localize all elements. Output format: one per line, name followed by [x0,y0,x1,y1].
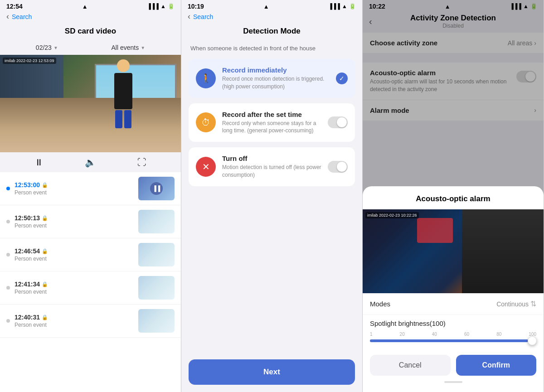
slider-track[interactable] [370,339,536,342]
option-text-1: Record immediately Record once motion de… [222,66,330,91]
event-time-value-4: 12:41:34 [15,281,40,288]
play-pause-btn[interactable]: ⏸ [34,157,44,168]
back-arrow-p1[interactable]: ‹ [6,12,9,21]
modes-row[interactable]: Modes Continuous ⇅ [363,293,544,315]
slider-label-20: 20 [400,332,405,337]
option-turn-off[interactable]: ✕ Turn off Motion detection is turned of… [189,147,355,186]
event-dot-active [6,187,10,190]
signal-icon-p1: ▐▐▐ [147,3,159,10]
event-thumb-3[interactable] [138,243,175,266]
list-item[interactable]: 12:50:13 🔒 Person event [0,205,181,238]
event-time-4: 12:41:34 🔒 [15,281,134,288]
list-item[interactable]: 12:46:54 🔒 Person event [0,238,181,271]
event-thumb-2[interactable] [138,210,175,233]
lock-icon-2: 🔒 [42,215,48,221]
option-toggle-3[interactable] [328,161,348,173]
person-leg-left [115,110,122,128]
event-time-value-3: 12:46:54 [15,247,40,255]
cancel-button[interactable]: Cancel [370,355,451,376]
search-text-p2: Search [193,13,213,20]
volume-btn[interactable]: 🔈 [85,157,96,168]
status-time-p1: 12:54 [6,3,23,10]
lock-icon-3: 🔒 [42,248,48,254]
brightness-slider-container: Spotlight brightness(100) 1 20 40 60 80 … [363,315,544,348]
event-thumb-4[interactable] [138,276,175,300]
event-filter-label: All events [112,44,139,51]
location-icon-p1: ▲ [82,3,88,10]
signal-icon-p2: ▐▐▐ [329,3,340,10]
option-text-2: Record after the set time Record only wh… [222,111,321,135]
video-placeholder [0,55,181,152]
person-leg-right [124,110,131,128]
video-controls: ⏸ 🔈 ⛶ [0,152,181,172]
slider-thumb[interactable] [528,336,537,345]
event-time-2: 12:50:13 🔒 [15,214,134,222]
filter-bar-p1: 02/23 ▼ All events ▼ [0,40,181,55]
option-title-2: Record after the set time [222,111,321,118]
slider-track-wrapper [370,339,536,342]
search-row-p1: ‹ Search [0,11,181,24]
confirm-button[interactable]: Confirm [456,355,537,376]
nav-bar-p1: SD card video [0,24,181,40]
person-legs [111,110,136,128]
list-item[interactable]: 12:53:00 🔒 Person event ▐▐ [0,172,181,205]
camera-red-banner [417,218,453,243]
date-filter-btn[interactable]: 02/23 ▼ [36,44,58,51]
list-item[interactable]: 12:40:31 🔒 Person event [0,305,181,338]
option-title-1: Record immediately [222,66,330,74]
option-record-immediately[interactable]: 🚶 Record immediately Record once motion … [189,59,355,98]
fullscreen-btn[interactable]: ⛶ [137,157,146,168]
event-label-5: Person event [15,322,134,328]
detection-options: 🚶 Record immediately Record once motion … [181,59,362,206]
option-check-icon: ✓ [336,73,348,84]
event-time-1: 12:53:00 🔒 [15,181,134,189]
search-link-p1[interactable]: Search [12,13,32,20]
play-icon-1: ▐▐ [150,182,163,195]
option-record-timed[interactable]: ⏱ Record after the set time Record only … [189,103,355,142]
option-icon-timed: ⏱ [196,112,216,132]
brightness-label: Spotlight brightness(100) [370,319,536,327]
event-filter-chevron: ▼ [141,45,145,50]
status-bar-p1: 12:54 ▲ ▐▐▐ ▲ 🔋 [0,0,181,11]
events-list: 12:53:00 🔒 Person event ▐▐ 12:50:13 🔒 Pe… [0,172,181,392]
event-info-4: 12:41:34 🔒 Person event [15,281,134,295]
event-time-value-2: 12:50:13 [15,214,40,222]
status-icons-p1: ▐▐▐ ▲ 🔋 [147,3,175,10]
camera-door [462,209,544,293]
event-info-3: 12:46:54 🔒 Person event [15,247,134,262]
modes-value-container: Continuous ⇅ [496,300,536,308]
event-label-1: Person event [15,189,134,196]
event-dot-4 [6,286,10,290]
status-icons-p2: ▐▐▐ ▲ 🔋 [329,3,356,10]
event-filter-btn[interactable]: All events ▼ [112,44,146,51]
lock-icon-5: 🔒 [42,315,48,320]
event-thumb-5[interactable] [138,309,175,333]
next-button[interactable]: Next [189,359,355,385]
event-dot-3 [6,253,10,256]
status-time-p2: 10:19 [188,3,204,10]
location-icon-p2: ▲ [263,3,269,10]
event-time-5: 12:40:31 🔒 [15,314,134,321]
modes-value: Continuous [496,300,529,308]
event-label-2: Person event [15,223,134,229]
modal-camera-view: imilab 2022-02-23 10:22:26 [363,209,544,293]
lock-icon-1: 🔒 [42,182,48,188]
camera-timestamp: imilab 2022-02-23 10:22:26 [365,212,419,218]
list-item[interactable]: 12:41:34 🔒 Person event [0,271,181,305]
event-time-value-1: 12:53:00 [15,181,40,189]
person-figure [111,59,136,127]
date-filter-chevron: ▼ [53,45,58,50]
slider-label-40: 40 [432,332,437,337]
panel-detection-mode: 10:19 ▲ ▐▐▐ ▲ 🔋 ‹ Record immediately Sea… [181,0,363,392]
event-thumb-1[interactable]: ▐▐ [138,177,175,200]
option-desc-1: Record once motion detection is triggere… [222,75,330,91]
battery-icon-p1: 🔋 [168,3,175,10]
back-arrow-p2[interactable]: ‹ [188,12,190,21]
video-player[interactable]: imilab 2022-02-23 12:53:09 [0,55,181,152]
nav-bar-p2: Detection Mode [181,24,362,40]
modes-sort-icon: ⇅ [530,300,536,308]
status-bar-p2: 10:19 ▲ ▐▐▐ ▲ 🔋 [181,0,362,11]
person-body [114,73,132,109]
panel-sd-card-video: 12:54 ▲ ▐▐▐ ▲ 🔋 ‹ Search SD card video 0… [0,0,181,392]
option-toggle-2[interactable] [328,116,348,128]
